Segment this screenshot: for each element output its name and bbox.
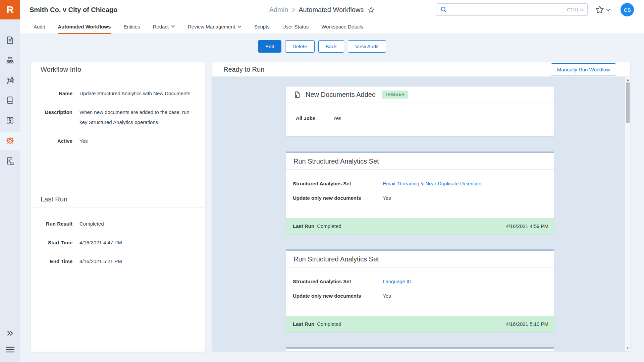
tab-workspace-details[interactable]: Workspace Details (321, 19, 363, 34)
partially-visible-card[interactable] (286, 347, 554, 351)
workflow-info-title: Workflow Info (31, 62, 205, 77)
double-chevron-right-icon[interactable] (0, 325, 20, 341)
action-card-email-threading[interactable]: Run Structured Analytics Set Structured … (286, 152, 554, 234)
search-shortcut-hint: CTRL+/ (567, 7, 583, 12)
gear-icon[interactable] (0, 132, 20, 150)
scrollbar-thumb[interactable] (626, 82, 630, 123)
field-structured-analytics-set: Structured Analytics Set Language ID (293, 279, 547, 284)
breadcrumb-parent[interactable]: Admin (269, 6, 288, 14)
workspace-tab-bar: Audit Automated Workflows Entities Redac… (20, 19, 644, 34)
org-chart-icon[interactable] (0, 52, 20, 68)
field-all-jobs: All Jobs Yes (296, 115, 547, 121)
search-icon (440, 6, 447, 13)
breadcrumb-current: Automated Workflows (299, 6, 364, 14)
analytics-set-link[interactable]: Language ID (383, 279, 547, 284)
tab-audit[interactable]: Audit (34, 19, 45, 34)
action-card-title: Run Structured Analytics Set (293, 255, 379, 263)
view-audit-button[interactable]: View Audit (348, 40, 386, 53)
top-bar: R Smith Co. v City of Chicago Admin Auto… (0, 0, 644, 19)
panel-scrollbar[interactable]: ▲ ▼ (625, 77, 630, 351)
run-status: Completed (317, 321, 341, 327)
workflow-info-card: Workflow Info Name Update Structured Ana… (31, 62, 205, 352)
scroll-up-arrow[interactable]: ▲ (625, 77, 630, 82)
field-update-only-new-documents: Update only new documents Yes (293, 195, 547, 201)
document-icon[interactable] (0, 32, 20, 48)
action-card-language-id[interactable]: Run Structured Analytics Set Structured … (286, 249, 554, 332)
left-nav-sidebar (0, 19, 20, 362)
chevron-down-icon (606, 8, 610, 11)
search-input[interactable] (450, 6, 567, 13)
ready-to-run-title: Ready to Run (223, 66, 264, 73)
field-structured-analytics-set: Structured Analytics Set Email Threading… (293, 181, 547, 186)
scroll-down-arrow[interactable]: ▼ (625, 346, 630, 351)
field-update-only-new-documents: Update only new documents Yes (293, 293, 547, 299)
trigger-card[interactable]: New Documents Added TRIGGER All Jobs Yes (286, 86, 554, 136)
workflow-connector (420, 234, 420, 249)
tab-automated-workflows[interactable]: Automated Workflows (58, 19, 111, 34)
field-end-time: End Time 4/16/2021 5:21 PM (31, 256, 195, 266)
cluster-icon[interactable] (0, 72, 20, 88)
run-timestamp: 4/16/2021 4:59 PM (506, 223, 548, 229)
field-description: Description When new documents are added… (31, 107, 195, 127)
avatar-initials: CS (624, 7, 631, 13)
delete-button[interactable]: Delete (285, 40, 314, 53)
edit-button[interactable]: Edit (258, 40, 281, 53)
chevron-down-icon (171, 25, 175, 28)
record-action-bar: Edit Delete Back View Audit (0, 40, 644, 53)
field-active: Active Yes (31, 136, 195, 146)
tab-scripts[interactable]: Scripts (254, 19, 270, 34)
last-run-title: Last Run (31, 191, 205, 207)
doc-folder-icon[interactable] (0, 153, 20, 169)
chevron-right-icon (291, 7, 295, 12)
chevron-down-icon (237, 25, 241, 28)
run-status: Completed (317, 223, 341, 229)
favorites-menu[interactable] (595, 5, 610, 14)
trigger-badge: TRIGGER (382, 90, 408, 99)
workflow-connector (420, 136, 420, 152)
run-timestamp: 4/16/2021 5:10 PM (506, 321, 548, 327)
tab-redact[interactable]: Redact (153, 19, 175, 34)
favorite-star-icon[interactable] (368, 6, 375, 13)
last-run-status-bar: Last Run Completed 4/16/2021 5:10 PM (286, 316, 554, 332)
document-add-icon (293, 91, 301, 99)
user-avatar[interactable]: CS (621, 3, 634, 16)
workflow-canvas: New Documents Added TRIGGER All Jobs Yes… (212, 77, 630, 351)
manually-run-workflow-button[interactable]: Manually Run Workflow (551, 63, 616, 75)
field-name: Name Update Structured Analytics with Ne… (31, 88, 195, 99)
back-button[interactable]: Back (318, 40, 344, 53)
star-icon (595, 5, 604, 14)
last-run-status-bar: Last Run Completed 4/16/2021 4:59 PM (286, 218, 554, 234)
ready-to-run-panel: Ready to Run Manually Run Workflow New D… (212, 62, 631, 351)
tab-entities[interactable]: Entities (123, 19, 140, 34)
dashboard-icon[interactable] (0, 112, 20, 128)
book-icon[interactable] (0, 92, 20, 108)
tab-user-status[interactable]: User Status (282, 19, 309, 34)
action-card-title: Run Structured Analytics Set (293, 158, 379, 165)
field-start-time: Start Time 4/16/2021 4:47 PM (31, 238, 195, 248)
field-run-result: Run Result Completed (31, 219, 195, 229)
trigger-card-title: New Documents Added (306, 91, 376, 99)
workflow-connector (420, 332, 420, 347)
global-search[interactable]: CTRL+/ (436, 3, 588, 16)
analytics-set-link[interactable]: Email Threading & Near Duplicate Detecti… (383, 181, 547, 186)
tab-review-management[interactable]: Review Management (188, 19, 241, 34)
menu-icon[interactable] (0, 342, 20, 358)
